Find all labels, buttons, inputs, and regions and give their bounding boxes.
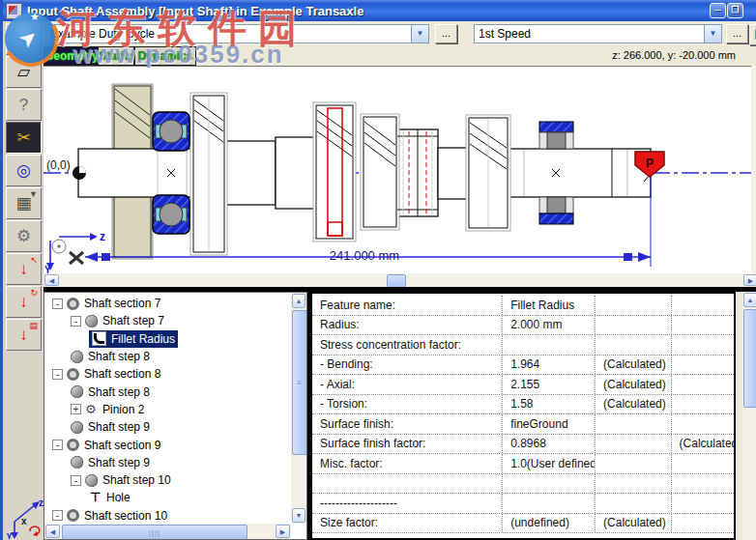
duty-cycle-more-button[interactable]: ...	[435, 24, 457, 43]
shaft-drawing[interactable]: (0,0) P 241.000 mm	[44, 67, 756, 274]
hole-icon	[89, 492, 102, 504]
tree-item[interactable]: -Shaft section 9	[44, 436, 290, 453]
scroll-left-icon[interactable]: ◀	[44, 274, 59, 286]
speed-combobox[interactable]: 1st Speed ▼	[474, 24, 722, 43]
property-note	[595, 494, 670, 513]
tab-statics[interactable]: Statics	[98, 46, 134, 66]
scroll-down-icon[interactable]: ▼	[292, 508, 305, 523]
tree-item[interactable]: Shaft step 9	[44, 454, 290, 471]
property-row: - Torsion:1.58(Calculated)	[312, 395, 734, 415]
gear-3[interactable]	[361, 114, 399, 230]
collapse-icon[interactable]: -	[52, 440, 63, 450]
gear-2-selected[interactable]	[313, 102, 356, 242]
bearing-tool[interactable]: ◎	[6, 155, 42, 186]
chevron-down-icon[interactable]: ▼	[704, 25, 721, 43]
property-note	[671, 335, 734, 355]
property-value[interactable]: 1.964	[502, 355, 595, 375]
tab-geometry[interactable]: Geometry	[44, 46, 98, 66]
results-grid-icon[interactable]: ▦	[749, 24, 756, 45]
drawing-vertical-scrollbar[interactable]	[751, 66, 756, 273]
tree-item[interactable]: +Pinion 2	[44, 401, 290, 418]
tree-item-label: Shaft section 9	[84, 439, 160, 452]
property-value[interactable]: fineGround	[502, 414, 595, 434]
scroll-right-icon[interactable]: ▶	[276, 525, 290, 538]
tree-item[interactable]: -Shaft section 10	[44, 507, 290, 525]
scroll-left-icon[interactable]: ◀	[45, 525, 60, 538]
property-value[interactable]: 0.8968	[502, 435, 595, 454]
speed-more-button[interactable]: ...	[726, 24, 748, 43]
property-value[interactable]: Fillet Radius	[502, 296, 595, 315]
shaft-drawing-viewport[interactable]: (0,0) P 241.000 mm	[44, 66, 756, 273]
maximize-button[interactable]: ❐	[727, 3, 743, 18]
point-load-tool[interactable]: ↓↖	[6, 253, 42, 285]
scroll-up-icon[interactable]: ▲	[743, 293, 756, 307]
feature-properties-table: Feature name:Fillet RadiusRadius:2.000 m…	[312, 296, 734, 533]
collapse-icon[interactable]: -	[52, 369, 63, 380]
component-tree-panel: -Shaft section 7-Shaft step 7Fillet Radi…	[44, 292, 307, 540]
titlebar[interactable]: Input Shaft Assembly [Input Shaft] in Ex…	[3, 0, 756, 21]
torque-tool[interactable]: ↓↻	[6, 286, 42, 318]
property-label: Stress concentration factor:	[312, 335, 502, 355]
tree-item-label: Shaft section 10	[84, 509, 167, 523]
table-vscrollbar[interactable]: ▲	[742, 292, 756, 540]
tab-dynamics[interactable]: Dynamics	[134, 46, 196, 66]
tree-item[interactable]: -Shaft step 7	[44, 312, 290, 329]
gear-1[interactable]	[190, 93, 227, 255]
duty-cycle-combobox[interactable]: Example Duty Cycle ▼	[45, 24, 429, 43]
component-tree: -Shaft section 7-Shaft step 7Fillet Radi…	[44, 295, 290, 525]
tree-item[interactable]: Hole	[44, 489, 290, 506]
chevron-down-icon[interactable]: ▼	[411, 25, 428, 43]
minimize-button[interactable]: ─	[710, 3, 726, 18]
property-note	[595, 454, 670, 473]
scroll-right-icon[interactable]: ▶	[743, 274, 756, 286]
property-row	[312, 474, 734, 495]
gear-4[interactable]	[466, 115, 510, 231]
property-note	[671, 395, 734, 414]
toolbar: Example Duty Cycle ▼ ... 1st Speed ▼ ...…	[3, 21, 756, 46]
scrollbar-thumb[interactable]	[743, 309, 756, 408]
collapse-icon[interactable]: -	[71, 475, 81, 486]
scrollbar-thumb[interactable]: ≡	[292, 310, 307, 455]
tree-hscrollbar[interactable]: ◀ |||| ▶	[44, 524, 291, 539]
collapse-icon[interactable]: -	[52, 298, 63, 309]
help-tool[interactable]: ?	[6, 89, 42, 121]
app-icon	[6, 3, 22, 19]
select-tool[interactable]: ➤	[6, 23, 42, 55]
property-note	[595, 474, 670, 494]
tree-item[interactable]: Shaft step 8	[44, 348, 290, 365]
tree-vscrollbar[interactable]: ▲ ≡ ▼	[291, 293, 306, 524]
property-value[interactable]: 1.58	[502, 395, 595, 414]
tree-item[interactable]: Fillet Radius	[44, 330, 290, 348]
tree-item[interactable]: Shaft step 8	[44, 383, 290, 400]
tree-item[interactable]: -Shaft step 10	[44, 471, 290, 489]
eraser-tool[interactable]: ▱	[6, 56, 42, 88]
property-value[interactable]: 1.0(User defined)	[502, 454, 595, 473]
property-row: Feature name:Fillet Radius	[312, 296, 734, 316]
scrollbar-thumb[interactable]	[387, 274, 406, 288]
fillet-icon	[92, 331, 106, 346]
bearing-tool-icon: ◎	[16, 162, 31, 179]
expand-icon[interactable]: +	[71, 404, 81, 414]
property-row: Radius:2.000 mm	[312, 316, 734, 336]
tree-item[interactable]: -Shaft section 7	[44, 295, 290, 312]
rigid-mount-tool[interactable]: ▦▼	[6, 187, 42, 219]
property-value[interactable]: (undefined)	[502, 514, 595, 533]
property-note	[595, 316, 670, 335]
tree-item[interactable]: -Shaft section 8	[44, 365, 290, 383]
property-value[interactable]: 2.155	[502, 375, 595, 394]
scroll-up-icon[interactable]: ▲	[292, 294, 305, 308]
scrollbar-thumb[interactable]: ||||	[62, 525, 247, 540]
tree-item[interactable]: Shaft step 9	[44, 418, 290, 436]
property-value[interactable]: 2.000 mm	[502, 316, 595, 335]
drawing-hscrollbar[interactable]: ◀ ▶	[44, 273, 756, 287]
collapse-icon[interactable]: -	[71, 316, 81, 327]
section-icon	[67, 509, 79, 522]
tree-item-label: Pinion 2	[102, 403, 144, 416]
spline-section[interactable]	[397, 129, 438, 216]
load-list-tool[interactable]: ↓▤	[6, 319, 42, 351]
property-value	[502, 335, 595, 355]
collapse-icon[interactable]: -	[52, 510, 63, 521]
section-cut-tool[interactable]: ✂	[6, 122, 42, 154]
gear-tool[interactable]: ⚙	[6, 220, 42, 252]
power-input-marker[interactable]: P	[635, 152, 664, 267]
